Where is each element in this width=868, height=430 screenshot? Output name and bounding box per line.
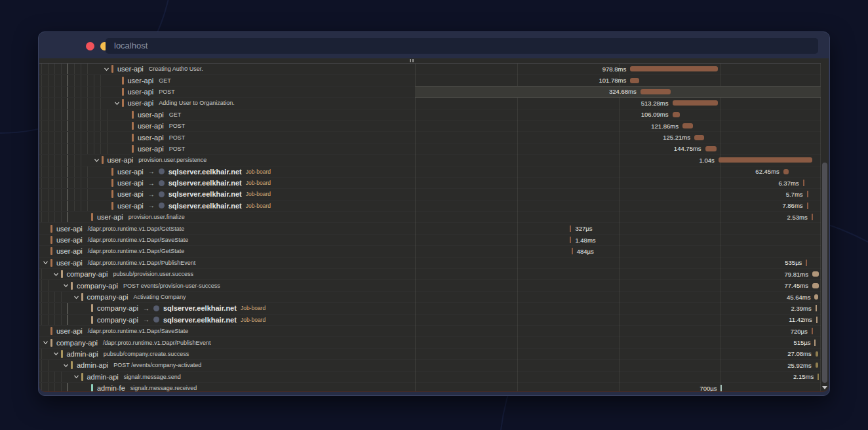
trace-row[interactable]: company-api→sqlserver.eelkhair.netJob-bo… <box>39 315 821 326</box>
service-color-bar <box>91 316 93 324</box>
trace-row[interactable]: user-apiprovision.user.finalize2.53ms <box>39 212 821 223</box>
duration-label: 5.7ms <box>786 189 803 199</box>
indent-guide <box>41 98 42 108</box>
trace-row[interactable]: admin-apiPOST /events/company-activated2… <box>39 360 821 371</box>
span-label: user-api/dapr.proto.runtime.v1.Dapr/GetS… <box>43 223 184 233</box>
indent-guide <box>81 87 81 97</box>
indent-guide <box>87 109 88 120</box>
trace-row[interactable]: user-api→sqlserver.eelkhair.netJob-board… <box>39 166 821 178</box>
operation-name: /dapr.proto.runtime.v1.Dapr/GetState <box>88 248 185 254</box>
indent-guide <box>48 280 49 290</box>
span-duration-bar <box>682 123 692 128</box>
scrollbar-thumb[interactable] <box>822 163 827 383</box>
chevron-down-icon[interactable] <box>43 340 50 346</box>
chevron-down-icon[interactable] <box>63 362 71 368</box>
indent-guide <box>74 189 75 199</box>
service-color-bar <box>111 190 113 198</box>
trace-row[interactable]: admin-fesignalr.message.received700µs <box>39 383 821 392</box>
chevron-down-icon[interactable] <box>94 157 102 163</box>
chevron-down-icon[interactable] <box>43 260 50 266</box>
chevron-down-icon[interactable] <box>53 351 61 357</box>
trace-row[interactable]: user-apiprovision.user.persistence1.04s <box>39 155 821 166</box>
trace-row[interactable]: user-apiPOST324.68ms <box>39 87 821 98</box>
trace-row[interactable]: user-api/dapr.proto.runtime.v1.Dapr/Publ… <box>39 258 821 269</box>
indent-guide <box>68 166 68 177</box>
span-label: user-api→sqlserver.eelkhair.netJob-board <box>104 201 271 211</box>
trace-row[interactable]: company-apiActivating Company45.64ms <box>39 292 821 303</box>
indent-guide <box>54 315 55 325</box>
indent-guide <box>68 383 68 392</box>
service-name: user-api <box>117 65 144 73</box>
trace-row[interactable]: user-apiCreating Auth0 User.978.8ms <box>39 64 821 75</box>
operation-name: POST <box>169 134 186 141</box>
span-label: admin-apiPOST /events/company-activated <box>63 360 201 370</box>
trace-row[interactable]: user-apiAdding User to Organization.513.… <box>39 98 821 109</box>
operation-name: POST <box>169 146 186 152</box>
indent-guide <box>48 87 49 97</box>
service-color-bar <box>81 293 83 301</box>
indent-guide <box>68 201 68 211</box>
chevron-down-icon[interactable] <box>73 374 81 380</box>
indent-guide <box>100 132 101 142</box>
operation-name: Creating Auth0 User. <box>149 66 203 72</box>
trace-row[interactable]: company-api→sqlserver.eelkhair.netJob-bo… <box>39 303 821 314</box>
trace-row[interactable]: company-apiPOST events/provision-user-su… <box>39 280 821 291</box>
indent-guide <box>61 372 62 382</box>
indent-guide <box>68 98 68 108</box>
indent-guide <box>87 98 88 108</box>
trace-row[interactable]: company-api/dapr.proto.runtime.v1.Dapr/P… <box>39 337 821 348</box>
trace-row[interactable]: user-api/dapr.proto.runtime.v1.Dapr/GetS… <box>39 246 821 257</box>
chevron-spacer <box>104 203 111 209</box>
trace-row[interactable]: user-apiGET101.78ms <box>39 75 821 86</box>
indent-guide <box>61 109 62 120</box>
trace-row[interactable]: user-api→sqlserver.eelkhair.netJob-board… <box>39 189 821 200</box>
operation-name: provision.user.persistence <box>138 157 207 163</box>
indent-guide <box>54 178 55 188</box>
close-button[interactable] <box>86 42 94 50</box>
span-duration-bar <box>814 294 818 300</box>
trace-row[interactable]: user-apiPOST121.86ms <box>39 121 821 132</box>
indent-guide <box>54 155 55 165</box>
scroll-down-arrow-icon[interactable] <box>822 386 827 389</box>
duration-label: 2.39ms <box>791 303 812 313</box>
trace-row[interactable]: admin-apipubsub/company.create.success27… <box>39 349 821 360</box>
operation-name: provision.user.finalize <box>128 214 185 220</box>
indent-guide <box>61 144 62 154</box>
trace-row[interactable]: user-api/dapr.proto.runtime.v1.Dapr/GetS… <box>39 223 821 234</box>
indent-guide <box>100 144 101 154</box>
indent-guide <box>41 383 42 392</box>
span-label: admin-apisignalr.message.send <box>73 372 181 382</box>
span-duration-bar <box>812 214 813 220</box>
indent-guide <box>41 132 42 142</box>
chevron-down-icon[interactable] <box>53 271 61 277</box>
trace-row[interactable]: user-api→sqlserver.eelkhair.netJob-board… <box>39 178 821 189</box>
span-duration-bar <box>816 351 818 357</box>
trace-row[interactable]: user-apiGET106.09ms <box>39 109 821 121</box>
trace-row[interactable]: admin-apisignalr.message.send2.15ms <box>39 372 821 383</box>
trace-row[interactable]: user-api→sqlserver.eelkhair.netJob-board… <box>39 201 821 212</box>
indent-guide <box>41 212 42 222</box>
indent-guide <box>81 132 81 142</box>
operation-name: Activating Company <box>133 294 186 300</box>
chevron-down-icon[interactable] <box>114 100 122 106</box>
trace-row[interactable]: user-api/dapr.proto.runtime.v1.Dapr/Save… <box>39 235 821 246</box>
indent-guide <box>68 178 68 188</box>
duration-label: 720µs <box>791 326 808 336</box>
chevron-down-icon[interactable] <box>63 283 71 289</box>
destination-db-badge: Job-board <box>241 317 266 323</box>
chevron-down-icon[interactable] <box>104 66 111 72</box>
vertical-scrollbar[interactable] <box>821 63 829 391</box>
indent-guide <box>48 315 49 325</box>
trace-row[interactable]: user-apiPOST125.21ms <box>39 132 821 143</box>
span-label: user-apiAdding User to Organization. <box>114 98 235 108</box>
span-label: company-apiActivating Company <box>73 292 186 302</box>
chevron-down-icon[interactable] <box>73 294 81 300</box>
operation-name: /dapr.proto.runtime.v1.Dapr/GetState <box>88 225 185 232</box>
indent-guide <box>48 121 49 131</box>
span-duration-bar <box>572 248 573 254</box>
service-name: admin-api <box>67 350 98 358</box>
url-bar[interactable]: localhost <box>106 38 818 54</box>
trace-row[interactable]: user-apiPOST144.75ms <box>39 144 821 155</box>
trace-row[interactable]: user-api/dapr.proto.runtime.v1.Dapr/Save… <box>39 326 821 337</box>
trace-row[interactable]: company-apipubsub/provision.user.success… <box>39 269 821 280</box>
